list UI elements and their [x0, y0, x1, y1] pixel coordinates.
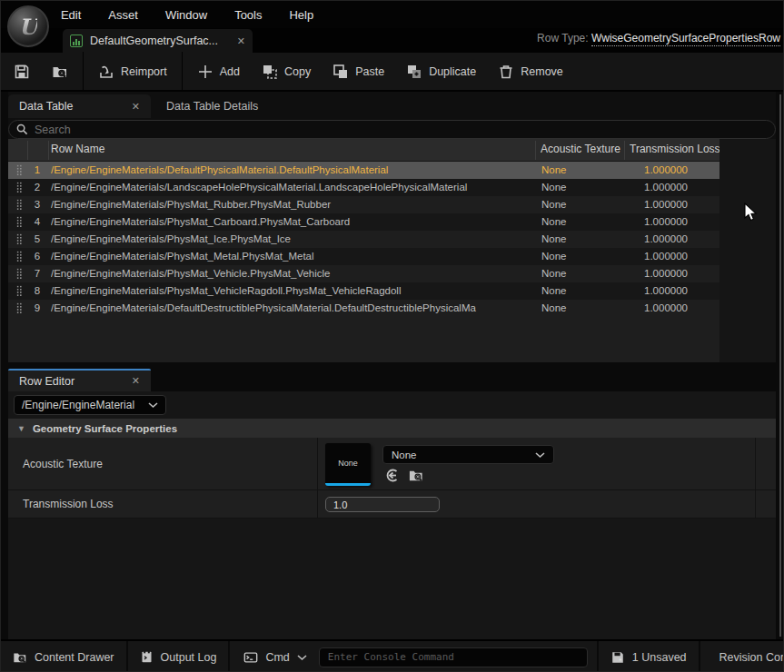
scrollbar[interactable] [779, 94, 781, 637]
unsaved-button[interactable]: * 1 Unsaved [599, 641, 699, 672]
transmission-loss-cell[interactable]: 1.000000 [644, 285, 722, 296]
menu-edit[interactable]: Edit [47, 8, 94, 22]
menu-help[interactable]: Help [275, 8, 327, 22]
use-selected-asset-icon[interactable] [384, 468, 400, 483]
acoustic-texture-cell[interactable]: None [541, 182, 623, 193]
acoustic-texture-cell[interactable]: None [541, 285, 623, 296]
transmission-loss-cell[interactable]: 1.000000 [644, 182, 722, 193]
tab-data-table[interactable]: Data Table ✕ [8, 94, 151, 118]
asset-tab[interactable]: DefaultGeometrySurfac... ✕ [63, 29, 253, 53]
acoustic-texture-cell[interactable]: None [541, 268, 623, 279]
duplicate-row-button[interactable]: Duplicate [395, 53, 487, 90]
acoustic-texture-cell[interactable]: None [541, 233, 623, 244]
row-name-cell[interactable]: /Engine/EngineMaterials/DefaultPhysicalM… [51, 164, 535, 175]
remove-row-button[interactable]: Remove [487, 53, 574, 90]
category-geometry-surface-properties[interactable]: ▼ Geometry Surface Properties [8, 419, 776, 438]
revision-control-button[interactable]: Revision Control [700, 641, 784, 672]
table-row[interactable]: 1/Engine/EngineMaterials/DefaultPhysical… [8, 162, 719, 179]
acoustic-texture-cell[interactable]: None [541, 302, 623, 313]
row-name-cell[interactable]: /Engine/EngineMaterials/PhysMat_Ice.Phys… [51, 233, 535, 244]
search-input[interactable]: Search [8, 120, 776, 139]
acoustic-texture-cell[interactable]: None [541, 251, 623, 262]
table-rows: 1/Engine/EngineMaterials/DefaultPhysical… [8, 162, 719, 362]
transmission-loss-cell[interactable]: 1.000000 [644, 268, 722, 279]
duplicate-label: Duplicate [429, 65, 476, 78]
column-divider[interactable] [624, 141, 625, 160]
row-drag-handle-icon[interactable] [16, 233, 23, 245]
tab-row-editor[interactable]: Row Editor ✕ [8, 369, 151, 391]
acoustic-texture-cell[interactable]: None [541, 216, 623, 227]
row-number: 4 [28, 216, 46, 227]
toolbar-separator [83, 52, 84, 91]
row-drag-handle-icon[interactable] [16, 216, 23, 228]
output-log-button[interactable]: Output Log [128, 641, 229, 672]
acoustic-texture-cell[interactable]: None [541, 199, 623, 210]
row-name-cell[interactable]: /Engine/EngineMaterials/PhysMat_Metal.Ph… [51, 251, 535, 262]
column-header-row-name[interactable]: Row Name [51, 143, 531, 155]
column-header-acoustic-texture[interactable]: Acoustic Texture [541, 143, 623, 155]
table-row[interactable]: 6/Engine/EngineMaterials/PhysMat_Metal.P… [8, 248, 719, 265]
label-value-splitter[interactable] [317, 438, 318, 489]
table-header[interactable]: Row Name Acoustic Texture Transmission L… [8, 139, 719, 162]
transmission-loss-input[interactable]: 1.0 [325, 497, 440, 512]
row-drag-handle-icon[interactable] [16, 199, 23, 211]
asset-tab-close-icon[interactable]: ✕ [237, 35, 245, 47]
console-placeholder: Enter Console Command [328, 651, 454, 663]
expand-triangle-icon[interactable]: ▼ [17, 424, 25, 433]
row-drag-handle-icon[interactable] [16, 285, 23, 297]
table-row[interactable]: 8/Engine/EngineMaterials/PhysMat_Vehicle… [8, 282, 719, 300]
menu-tools[interactable]: Tools [221, 8, 275, 22]
tab-data-table-details[interactable]: Data Table Details [155, 94, 269, 118]
row-drag-handle-icon[interactable] [16, 251, 23, 262]
paste-row-button[interactable]: Paste [322, 53, 395, 90]
row-name-cell[interactable]: /Engine/EngineMaterials/PhysMat_Carboard… [51, 216, 535, 227]
menu-asset[interactable]: Asset [94, 8, 152, 22]
row-name-cell[interactable]: /Engine/EngineMaterials/PhysMat_Vehicle.… [51, 268, 535, 279]
row-picker-dropdown[interactable]: /Engine/EngineMaterial [14, 395, 166, 415]
reimport-button[interactable]: Reimport [87, 53, 178, 90]
table-row[interactable]: 2/Engine/EngineMaterials/LandscapeHolePh… [8, 179, 719, 196]
table-row[interactable]: 4/Engine/EngineMaterials/PhysMat_Carboar… [8, 213, 719, 231]
row-type-value[interactable]: WwiseGeometrySurfacePropertiesRow [591, 32, 780, 46]
acoustic-texture-dropdown[interactable]: None [382, 445, 554, 464]
row-name-cell[interactable]: /Engine/EngineMaterials/PhysMat_VehicleR… [51, 285, 535, 296]
row-name-cell[interactable]: /Engine/EngineMaterials/LandscapeHolePhy… [51, 182, 535, 193]
asset-tab-title: DefaultGeometrySurfac... [90, 35, 218, 47]
column-header-transmission-loss[interactable]: Transmission Loss [630, 143, 719, 155]
table-row[interactable]: 7/Engine/EngineMaterials/PhysMat_Vehicle… [8, 265, 719, 282]
unreal-logo-icon[interactable]: U [7, 5, 49, 47]
acoustic-texture-cell[interactable]: None [541, 164, 623, 175]
row-drag-handle-icon[interactable] [16, 164, 23, 176]
row-name-cell[interactable]: /Engine/EngineMaterials/PhysMat_Rubber.P… [51, 199, 535, 210]
tab-data-table-close-icon[interactable]: ✕ [132, 101, 140, 113]
console-command-input[interactable]: Enter Console Command [319, 647, 588, 667]
table-row[interactable]: 3/Engine/EngineMaterials/PhysMat_Rubber.… [8, 196, 719, 213]
table-row[interactable]: 5/Engine/EngineMaterials/PhysMat_Ice.Phy… [8, 231, 719, 248]
browse-to-asset-icon[interactable] [408, 468, 424, 483]
row-drag-handle-icon[interactable] [16, 182, 23, 193]
transmission-loss-cell[interactable]: 1.000000 [644, 302, 722, 313]
value-right-splitter[interactable] [755, 490, 756, 518]
transmission-loss-cell[interactable]: 1.000000 [644, 164, 722, 175]
copy-row-button[interactable]: Copy [251, 53, 322, 90]
row-name-cell[interactable]: /Engine/EngineMaterials/DefaultDestructi… [51, 302, 535, 313]
transmission-loss-cell[interactable]: 1.000000 [644, 199, 722, 210]
browse-to-asset-button[interactable] [41, 53, 79, 90]
transmission-loss-cell[interactable]: 1.000000 [644, 251, 722, 262]
transmission-loss-cell[interactable]: 1.000000 [644, 233, 722, 244]
add-row-button[interactable]: Add [186, 53, 251, 90]
transmission-loss-cell[interactable]: 1.000000 [644, 216, 722, 227]
cmd-dropdown[interactable]: Cmd [232, 650, 318, 665]
save-button[interactable] [1, 53, 41, 90]
menu-window[interactable]: Window [152, 8, 221, 22]
acoustic-texture-thumbnail[interactable]: None [325, 443, 371, 486]
row-drag-handle-icon[interactable] [16, 302, 23, 314]
column-divider[interactable] [535, 141, 536, 160]
label-value-splitter[interactable] [317, 490, 318, 518]
row-drag-handle-icon[interactable] [16, 268, 23, 280]
table-row[interactable]: 9/Engine/EngineMaterials/DefaultDestruct… [8, 300, 719, 317]
content-drawer-button[interactable]: Content Drawer [1, 641, 126, 672]
value-right-splitter[interactable] [755, 438, 756, 489]
row-type-label: Row Type: [537, 32, 588, 44]
tab-row-editor-close-icon[interactable]: ✕ [132, 375, 140, 387]
